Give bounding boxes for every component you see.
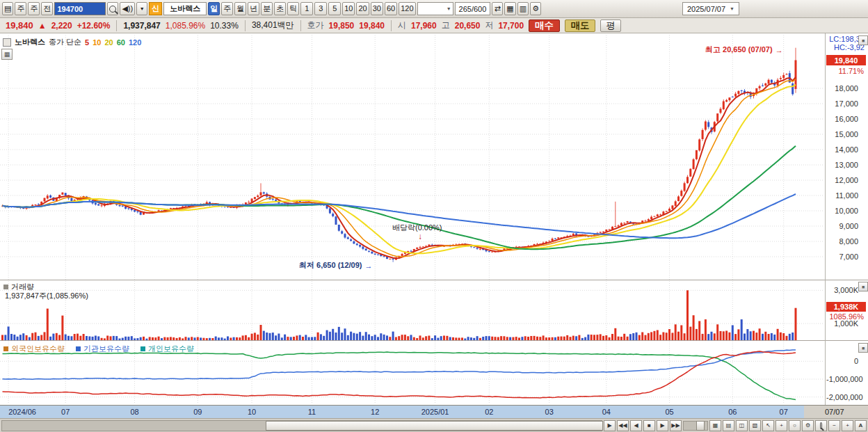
low-annotation: 최저 6,650 (12/09) → <box>299 260 373 271</box>
interval-combo[interactable]: ▼ <box>417 2 453 15</box>
zoom-tool-button[interactable] <box>815 420 827 431</box>
period-month-button[interactable]: 월 <box>234 2 246 15</box>
stock-name: 노바렉스 <box>170 3 200 14</box>
period-week-button[interactable]: 주 <box>221 2 233 15</box>
legend-ma10: 10 <box>93 38 101 47</box>
price-tick-label: 13,000 <box>826 161 858 169</box>
holdings-pane-collapse-button[interactable]: ■ <box>858 343 868 353</box>
drawing-tool-button[interactable]: ▦ <box>1 49 13 60</box>
volume-pane-value: 1,937,847주(1,085.96%) <box>5 291 88 301</box>
zoom-slider-thumb[interactable] <box>696 421 705 431</box>
price-tick-label: 10,000 <box>826 207 858 215</box>
circle-tool-button[interactable]: ○ <box>789 420 801 431</box>
stock-type-button-2[interactable]: 주 <box>28 2 40 15</box>
holdings-tick-label: 0 <box>826 357 858 365</box>
stock-type-button-1[interactable]: 주 <box>15 2 26 15</box>
zoom-in-button[interactable]: + <box>842 420 853 431</box>
tick-1-button[interactable]: 1 <box>300 2 313 15</box>
scroll-start-button[interactable]: ◀◀ <box>617 420 629 431</box>
scroll-end-button[interactable]: ▶▶ <box>670 420 682 431</box>
current-volume-badge: 1,938K <box>826 302 866 312</box>
compare-icon: ⇄ <box>495 3 501 15</box>
individual-legend-icon <box>140 346 145 351</box>
tick-120-button[interactable]: 120 <box>399 2 415 15</box>
sell-button[interactable]: 매도 <box>565 19 596 32</box>
zoom-slider[interactable] <box>683 421 708 431</box>
stock-dropdown-button[interactable]: ▼ <box>136 2 147 15</box>
tick-5-button[interactable]: 5 <box>328 2 341 15</box>
chart-settings-button[interactable]: ⚙ <box>530 2 541 15</box>
grid-tool-button[interactable]: ▦ <box>709 420 721 431</box>
scroll-left-button[interactable]: ◀ <box>630 420 642 431</box>
tick-3-button[interactable]: 3 <box>314 2 327 15</box>
stock-name-field[interactable]: 노바렉스 <box>163 2 207 15</box>
settings-tool-button[interactable]: ⚙ <box>802 420 814 431</box>
chart-style-icon: ▥ <box>520 3 527 15</box>
tick-20-button[interactable]: 20 <box>356 2 369 15</box>
price-tick-label: 17,000 <box>826 99 858 108</box>
compare-tool-button[interactable]: ◫ <box>736 420 748 431</box>
gear-icon: ⚙ <box>532 3 539 15</box>
legend-ma5: 5 <box>85 38 89 47</box>
holdings-tick-label: -2,000,000 <box>826 393 858 401</box>
period-year-button[interactable]: 년 <box>248 2 259 15</box>
individual-holdings-label: 개인보유수량 <box>148 344 194 354</box>
quote-info-bar: 19,840 ▲ 2,220 +12.60% 1,937,847 1,085.9… <box>0 18 868 33</box>
current-price-badge: 19,840 <box>826 55 866 65</box>
time-axis-month-label: 07 <box>61 408 70 416</box>
stop-button[interactable]: ■ <box>643 420 655 431</box>
time-axis-month-label: 09 <box>193 408 202 416</box>
legend-stock-name: 노바렉스 <box>15 37 45 47</box>
legend-ma20: 20 <box>104 38 113 47</box>
search-button[interactable] <box>107 2 118 15</box>
font-size-button[interactable]: A <box>855 420 867 431</box>
tick-60-button[interactable]: 60 <box>385 2 397 15</box>
divider <box>245 20 246 31</box>
tick-10-button[interactable]: 10 <box>342 2 355 15</box>
play-button[interactable]: ▶ <box>604 420 616 431</box>
scroll-right-button[interactable]: ▶ <box>657 420 668 431</box>
chart-hscrollbar[interactable] <box>1 420 602 431</box>
time-axis-month-label: 12 <box>371 408 379 416</box>
zoom-icon <box>820 422 822 429</box>
unit-minute-button[interactable]: 분 <box>261 2 273 15</box>
high-annotation-text: 최고 20,650 (07/07) <box>705 45 773 55</box>
window-menu-button[interactable]: ▤ <box>2 2 13 15</box>
legend-ma120: 120 <box>129 38 141 47</box>
price-tick-label: 8,000 <box>826 237 858 246</box>
crosshair-tool-button[interactable]: + <box>775 420 787 431</box>
chart-bottom-bar: ▶ ◀◀ ◀ ■ ▶ ▶▶ ▦ ▤ ◫ ▧ ↖ + ○ ⚙ − + A <box>0 418 868 432</box>
avg-button[interactable]: 평 <box>600 19 620 32</box>
stock-code-input[interactable]: 194700 <box>54 2 106 15</box>
panel-tool-button[interactable]: ▤ <box>723 420 734 431</box>
unit-tick-button[interactable]: 틱 <box>287 2 299 15</box>
price-pane-collapse-button[interactable]: ■ <box>858 35 868 45</box>
time-axis-month-label: 04 <box>602 408 611 416</box>
chart-grid-button[interactable]: ▦ <box>504 2 515 15</box>
low-annotation-text: 최저 6,650 (12/09) <box>299 260 362 271</box>
chart-style-button[interactable]: ▥ <box>517 2 529 15</box>
tick-30-button[interactable]: 30 <box>371 2 383 15</box>
unit-second-button[interactable]: 초 <box>274 2 286 15</box>
period-day-button[interactable]: 일 <box>208 2 220 15</box>
compare-chart-button[interactable]: ⇄ <box>492 2 503 15</box>
high-annotation: 최고 20,650 (07/07) → <box>705 45 783 55</box>
arrow-right-icon: → <box>775 46 783 54</box>
volume-pane-collapse-button[interactable]: ■ <box>858 282 868 291</box>
chevron-down-icon: ▼ <box>140 3 145 15</box>
sound-button[interactable]: ◀)) <box>120 2 135 15</box>
time-axis-month-label: 03 <box>545 408 554 416</box>
price-tick-label: 18,000 <box>826 84 858 93</box>
foreign-legend-icon <box>3 346 8 351</box>
stock-type-button-3[interactable]: 전 <box>41 2 53 15</box>
high-label: 고 <box>442 19 450 31</box>
zoom-out-button[interactable]: − <box>828 420 840 431</box>
date-picker[interactable]: 2025/07/07 ▼ <box>682 2 739 15</box>
price-change: 2,220 <box>51 21 72 31</box>
buy-button[interactable]: 매수 <box>529 19 560 32</box>
pattern-tool-button[interactable]: ▧ <box>749 420 761 431</box>
hscrollbar-thumb[interactable] <box>266 421 603 431</box>
candle-count-field[interactable]: 265/600 <box>455 2 491 15</box>
time-axis-band <box>0 406 804 418</box>
cursor-tool-button[interactable]: ↖ <box>762 420 774 431</box>
